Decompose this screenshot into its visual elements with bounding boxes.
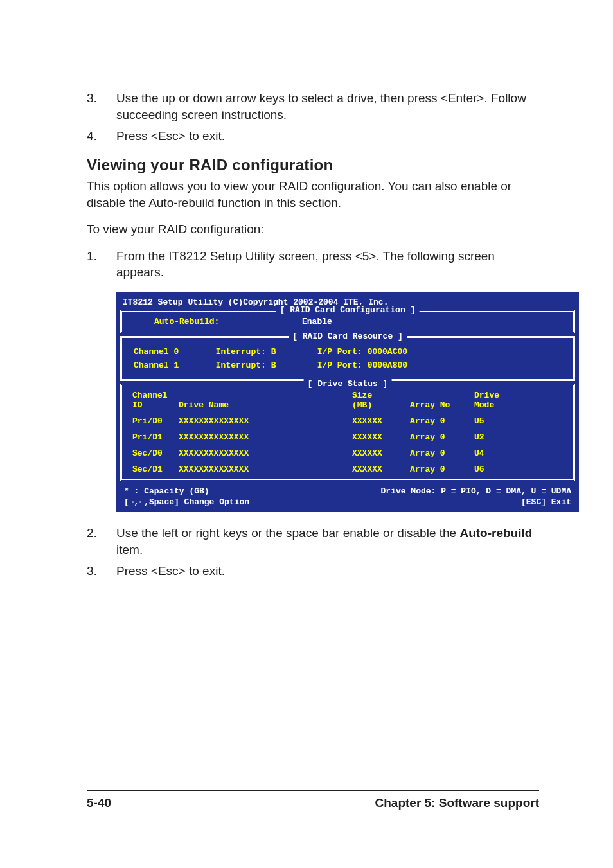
step-a-3: 3. Use the up or down arrow keys to sele… (87, 90, 539, 123)
resource-row: Channel 1 Interrupt: B I/P Port: 0000A80… (129, 360, 567, 370)
steps-b-part2: 2. Use the left or right keys or the spa… (87, 525, 539, 580)
step-text: Press <Esc> to exit. (116, 563, 539, 580)
drive-array: Array 0 (410, 432, 474, 442)
drive-name: XXXXXXXXXXXXXX (179, 416, 352, 426)
panel-raid-card-resource: [ RAID Card Resource ] Channel 0 Interru… (120, 336, 575, 381)
step-a-4: 4. Press <Esc> to exit. (87, 128, 539, 145)
step-b-1: 1. From the IT8212 Setup Utility screen,… (87, 248, 539, 281)
step-text: Use the left or right keys or the space … (116, 525, 539, 558)
drive-mode: U4 (474, 448, 513, 458)
hdr-channel: Channel (132, 391, 179, 400)
hdr-mode: Drive (474, 391, 513, 400)
step-number: 2. (87, 525, 116, 558)
drive-header-row-2: ID Drive Name (MB) Array No Mode (129, 400, 567, 410)
interrupt-label: Interrupt: B (216, 360, 312, 370)
hdr-mode: Mode (474, 400, 513, 410)
footer-drive-mode-legend: Drive Mode: P = PIO, D = DMA, U = UDMA (381, 486, 571, 496)
step-text-prefix: Use the left or right keys or the space … (116, 526, 459, 540)
drive-header-row-1: Channel Size Drive (129, 391, 567, 400)
panel-label: [ RAID Card Resource ] (289, 332, 407, 341)
section-heading: Viewing your RAID configuration (87, 156, 539, 174)
ipport-label: I/P Port: 0000A800 (317, 360, 446, 370)
step-number: 3. (87, 90, 116, 123)
step-number: 3. (87, 563, 116, 580)
drive-name: XXXXXXXXXXXXXX (179, 465, 352, 474)
steps-a: 3. Use the up or down arrow keys to sele… (87, 90, 539, 145)
auto-rebuild-value[interactable]: Enable (302, 317, 332, 326)
channel-label: Channel 0 (134, 347, 211, 357)
steps-b-part1: 1. From the IT8212 Setup Utility screen,… (87, 248, 539, 281)
hdr-array: Array No (410, 400, 474, 410)
drive-id: Sec/D0 (132, 448, 179, 458)
drive-size: XXXXXX (352, 465, 410, 474)
hdr-id: ID (132, 400, 179, 410)
step-b-3: 3. Press <Esc> to exit. (87, 563, 539, 580)
drive-row: Sec/D0 XXXXXXXXXXXXXX XXXXXX Array 0 U4 (129, 448, 567, 458)
hdr-name: Drive Name (179, 400, 352, 410)
step-b-2: 2. Use the left or right keys or the spa… (87, 525, 539, 558)
footer-capacity-legend: * : Capacity (GB) (124, 486, 209, 496)
drive-id: Sec/D1 (132, 465, 179, 474)
ipport-label: I/P Port: 0000AC00 (317, 347, 446, 357)
hdr-array (410, 391, 474, 400)
resource-row: Channel 0 Interrupt: B I/P Port: 0000AC0… (129, 347, 567, 357)
drive-array: Array 0 (410, 465, 474, 474)
bios-footer: * : Capacity (GB) Drive Mode: P = PIO, D… (120, 483, 575, 508)
drive-array: Array 0 (410, 416, 474, 426)
step-number: 1. (87, 248, 116, 281)
hdr-name (179, 391, 352, 400)
drive-row: Pri/D0 XXXXXXXXXXXXXX XXXXXX Array 0 U5 (129, 416, 567, 426)
drive-id: Pri/D0 (132, 416, 179, 426)
bios-screen: IT8212 Setup Utility (C)Copyright 2002-2… (116, 292, 579, 512)
drive-size: XXXXXX (352, 432, 410, 442)
drive-name: XXXXXXXXXXXXXX (179, 432, 352, 442)
panel-label: [ Drive Status ] (304, 379, 392, 389)
drive-mode: U2 (474, 432, 513, 442)
drive-size: XXXXXX (352, 448, 410, 458)
channel-label: Channel 1 (134, 360, 211, 370)
panel-label: [ RAID Card Configuration ] (276, 305, 420, 315)
auto-rebuild-bold: Auto-rebuild (459, 526, 532, 540)
drive-size: XXXXXX (352, 416, 410, 426)
step-number: 4. (87, 128, 116, 145)
step-text-suffix: item. (116, 543, 143, 556)
intro-paragraph-2: To view your RAID configuration: (87, 221, 539, 238)
intro-paragraph-1: This option allows you to view your RAID… (87, 178, 539, 211)
drive-row: Sec/D1 XXXXXXXXXXXXXX XXXXXX Array 0 U6 (129, 465, 567, 474)
drive-row: Pri/D1 XXXXXXXXXXXXXX XXXXXX Array 0 U2 (129, 432, 567, 442)
chapter-title: Chapter 5: Software support (375, 796, 539, 810)
drive-mode: U5 (474, 416, 513, 426)
footer-esc-exit-hint: [ESC] Exit (521, 497, 571, 507)
page-number: 5-40 (87, 796, 111, 810)
step-text: Press <Esc> to exit. (116, 128, 539, 145)
page-footer: 5-40 Chapter 5: Software support (87, 790, 539, 810)
drive-array: Array 0 (410, 448, 474, 458)
panel-raid-card-configuration: [ RAID Card Configuration ] Auto-Rebuild… (120, 310, 575, 333)
step-text: Use the up or down arrow keys to select … (116, 90, 539, 123)
hdr-size: (MB) (352, 400, 410, 410)
step-text: From the IT8212 Setup Utility screen, pr… (116, 248, 539, 281)
drive-name: XXXXXXXXXXXXXX (179, 448, 352, 458)
auto-rebuild-label: Auto-Rebuild: (154, 317, 302, 326)
drive-id: Pri/D1 (132, 432, 179, 442)
footer-change-option-hint: [→,←,Space] Change Option (124, 497, 249, 507)
interrupt-label: Interrupt: B (216, 347, 312, 357)
drive-mode: U6 (474, 465, 513, 474)
hdr-size: Size (352, 391, 410, 400)
panel-drive-status: [ Drive Status ] Channel Size Drive ID D… (120, 384, 575, 481)
